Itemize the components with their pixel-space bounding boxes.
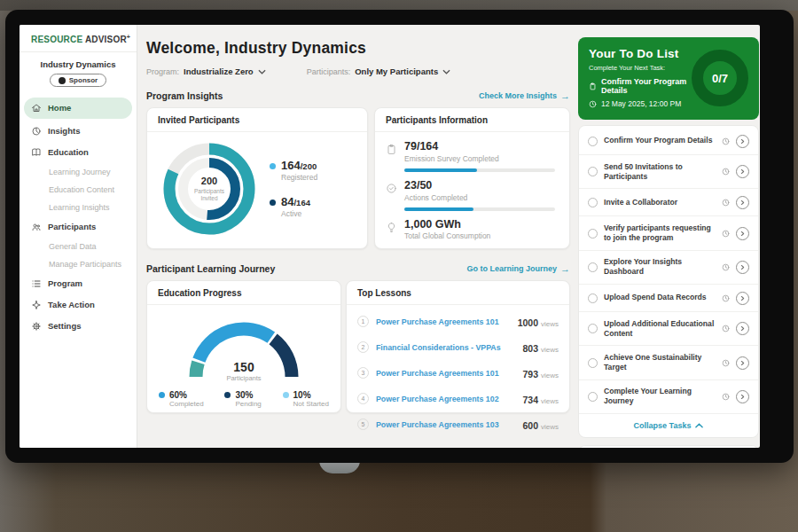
sponsor-label: Sponsor <box>69 76 98 84</box>
sidebar-item-learning-journey[interactable]: Learning Journey <box>20 163 137 181</box>
progress-bar <box>404 168 555 172</box>
right-panel: Your To Do List Complete Your Next Task:… <box>578 37 759 448</box>
todo-task-list: Confirm Your Program Details Send 50 Inv… <box>579 128 758 414</box>
lesson-link[interactable]: Power Purchase Agreements 101 <box>376 369 515 378</box>
task-checkbox[interactable] <box>588 137 598 146</box>
insights-icon <box>31 126 42 137</box>
sidebar-nav: Home Insights Education Learning Journey… <box>20 94 137 340</box>
sidebar-item-manage-participants[interactable]: Manage Participants <box>20 255 137 273</box>
lesson-views: 734views <box>522 391 559 407</box>
lesson-link[interactable]: Power Purchase Agreements 101 <box>376 317 511 326</box>
todo-task-row[interactable]: Send 50 Invitations to Participants <box>579 155 758 189</box>
task-label: Invite a Collaborator <box>604 198 716 207</box>
sidebar-item-take-action[interactable]: Take Action <box>20 294 137 316</box>
recent-news-card: Recent News <box>578 445 759 448</box>
sidebar-item-general-data[interactable]: General Data <box>20 238 137 255</box>
todo-task-row[interactable]: Upload Spend Data Records <box>579 285 758 312</box>
task-chevron-button[interactable] <box>736 227 749 240</box>
chevron-right-icon <box>739 325 746 332</box>
chevron-right-icon <box>739 264 746 270</box>
chevron-right-icon <box>739 200 746 206</box>
sidebar-item-settings[interactable]: Settings <box>20 316 137 337</box>
task-chevron-button[interactable] <box>736 165 749 178</box>
todo-task-row[interactable]: Explore Your Insights Dashboard <box>579 251 758 285</box>
task-label: Achieve One Sustainability Target <box>604 353 716 372</box>
task-checkbox[interactable] <box>588 324 598 333</box>
chevron-right-icon <box>739 168 746 175</box>
lesson-views: 803views <box>522 340 559 356</box>
monitor-bezel: RESOURCE ADVISOR+ Industry Dynamics Spon… <box>5 10 794 463</box>
legend-dot <box>159 392 165 398</box>
participants-filter-value: Only My Participants <box>355 66 438 76</box>
sidebar-item-participants[interactable]: Participants <box>20 216 137 238</box>
section-title-program-insights: Program Insights <box>146 90 223 101</box>
task-chevron-button[interactable] <box>736 356 749 370</box>
legend-not-started: 10%Not Started <box>283 390 329 408</box>
sidebar-item-education-content[interactable]: Education Content <box>20 181 137 199</box>
chevron-right-icon <box>739 394 746 400</box>
task-checkbox[interactable] <box>588 167 598 176</box>
task-chevron-button[interactable] <box>736 322 749 335</box>
sidebar-item-home[interactable]: Home <box>24 98 132 119</box>
invited-participants-body: 200 Participants Invited 164/200 Registe… <box>147 132 367 239</box>
sponsor-icon <box>59 77 66 84</box>
legend-active: 84/164 Active <box>270 196 317 218</box>
check-more-insights-link[interactable]: Check More Insights→ <box>479 91 570 101</box>
sidebar-item-label: Home <box>48 103 71 113</box>
participants-filter-label: Participants: <box>307 67 351 76</box>
go-to-learning-journey-link[interactable]: Go to Learning Journey→ <box>466 264 570 274</box>
sponsor-badge: Sponsor <box>50 74 106 87</box>
donut-legend: 164/200 Registered 84/164 Active <box>270 160 317 219</box>
gauge-center: 150 Participants <box>177 360 310 382</box>
rank-badge: 3 <box>357 367 369 379</box>
todo-task-row[interactable]: Upload Additional Educational Content <box>579 312 758 346</box>
chevron-down-icon <box>442 69 450 74</box>
lesson-row: 4 Power Purchase Agreements 102 734views <box>357 386 559 411</box>
todo-task-row[interactable]: Achieve One Sustainability Target <box>579 346 758 379</box>
learning-journey-header: Participant Learning Journey Go to Learn… <box>146 263 570 274</box>
chevron-up-icon <box>695 423 703 428</box>
task-checkbox[interactable] <box>588 392 598 402</box>
task-checkbox[interactable] <box>588 198 598 207</box>
task-chevron-button[interactable] <box>736 261 749 274</box>
task-chevron-button[interactable] <box>736 292 749 305</box>
task-chevron-button[interactable] <box>736 390 749 403</box>
chevron-down-icon <box>258 69 266 74</box>
legend-pending: 30%Pending <box>224 390 261 408</box>
clock-icon <box>722 263 730 271</box>
card-title: Education Progress <box>147 281 340 305</box>
gauge-center-label: Participants <box>177 374 310 382</box>
task-checkbox[interactable] <box>588 293 598 303</box>
sidebar-item-learning-insights[interactable]: Learning Insights <box>20 199 137 216</box>
app-logo[interactable]: RESOURCE ADVISOR+ <box>20 25 137 52</box>
lesson-row: 5 Power Purchase Agreements 103 600views <box>357 411 559 437</box>
donut-center-value: 200 <box>201 176 217 186</box>
todo-task-row[interactable]: Confirm Your Program Details <box>579 128 758 155</box>
task-checkbox[interactable] <box>588 262 598 272</box>
todo-task-row[interactable]: Complete Your Learning Journey <box>579 380 758 414</box>
sidebar-item-label: Education Content <box>49 185 114 194</box>
sidebar-item-label: General Data <box>49 242 97 251</box>
task-chevron-button[interactable] <box>736 196 749 209</box>
collapse-tasks-link[interactable]: Collapse Tasks <box>579 414 758 434</box>
task-checkbox[interactable] <box>588 358 598 368</box>
task-label: Confirm Your Program Details <box>604 136 716 145</box>
program-filter[interactable]: Program: Industrialize Zero <box>146 66 266 76</box>
lesson-link[interactable]: Power Purchase Agreements 102 <box>376 395 515 403</box>
participants-filter[interactable]: Participants: Only My Participants <box>307 66 451 76</box>
rank-badge: 1 <box>357 316 369 327</box>
task-label: Send 50 Invitations to Participants <box>604 162 716 182</box>
sidebar-item-education[interactable]: Education <box>20 142 137 163</box>
task-chevron-button[interactable] <box>736 135 749 148</box>
todo-task-row[interactable]: Invite a Collaborator <box>579 189 758 216</box>
sidebar-item-program[interactable]: Program <box>20 273 137 294</box>
sidebar-item-insights[interactable]: Insights <box>20 121 137 142</box>
lesson-link[interactable]: Power Purchase Agreements 103 <box>376 420 515 429</box>
stat-global-consumption: 1,000 GWh Total Global Consumption <box>386 219 557 241</box>
brand-advisor: ADVISOR <box>85 35 127 44</box>
stat-emission-survey: 79/164 Emission Survey Completed <box>386 141 557 172</box>
task-checkbox[interactable] <box>588 229 598 239</box>
org-section: Industry Dynamics Sponsor <box>20 52 137 94</box>
todo-task-row[interactable]: Verify participants requesting to join t… <box>579 216 758 250</box>
lesson-link[interactable]: Financial Considerations - VPPAs <box>376 343 515 352</box>
